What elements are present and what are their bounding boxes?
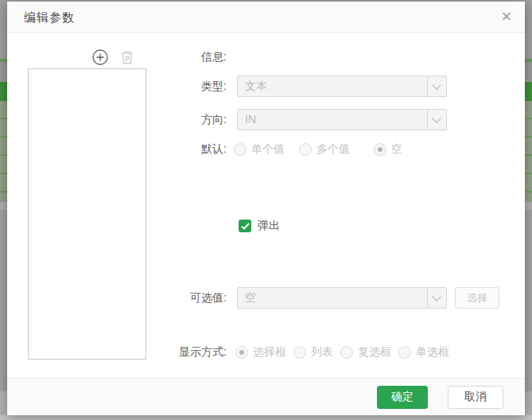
chevron-down-icon [427,110,446,130]
radio-single-value: 单个值 [234,142,285,157]
cancel-button[interactable]: 取消 [448,386,503,409]
dialog-body: 信息: 类型: 文本 方向: IN 默认: [7,33,525,377]
type-select-value: 文本 [245,80,267,94]
radio-checkbox-mode: 复选框 [340,345,391,360]
radio-list: 列表 [293,345,333,360]
optional-values-select: 空 [237,287,447,309]
chevron-down-icon [427,288,446,308]
dialog-footer: 确定 取消 [7,378,525,415]
optional-values-row: 可选值: 空 [7,287,447,309]
close-icon[interactable]: × [495,4,518,29]
radio-icon [293,346,306,359]
ok-button[interactable]: 确定 [377,386,428,409]
info-label: 信息: [7,50,227,64]
radio-radio-mode: 单选框 [398,345,449,360]
info-row: 信息: [7,46,227,68]
radio-icon [234,143,247,156]
dialog-title: 编辑参数 [24,10,75,25]
default-label: 默认: [7,142,227,157]
type-select: 文本 [237,76,447,97]
radio-empty-value: 空 [374,142,402,157]
direction-row: 方向: IN [7,109,447,130]
display-mode-label: 显示方式: [7,345,227,360]
optional-values-label: 可选值: [7,291,227,305]
radio-multi-value: 多个值 [299,142,350,157]
popup-checkbox-label: 弹出 [258,219,280,233]
type-label: 类型: [7,80,227,94]
direction-label: 方向: [7,113,227,127]
chevron-down-icon [427,76,446,96]
radio-icon [398,346,411,359]
edit-parameter-dialog: 编辑参数 × 信息: [7,2,525,415]
screen: 编辑参数 × 信息: [0,0,532,420]
display-mode-radio-group: 选择框 列表 复选框 单选框 [235,345,449,360]
radio-icon [374,143,386,156]
radio-icon [235,346,248,359]
type-row: 类型: 文本 [7,76,447,97]
radio-icon [299,143,312,156]
default-radio-group: 单个值 多个值 空 [234,142,402,157]
popup-checkbox[interactable]: 弹出 [239,219,280,233]
display-mode-row: 显示方式: 选择框 列表 复选框 [7,341,449,363]
radio-icon [340,346,353,359]
direction-select: IN [237,109,447,130]
optional-values-select-value: 空 [245,291,256,305]
dialog-header: 编辑参数 × [7,2,525,33]
direction-select-value: IN [245,113,256,126]
radio-select-box: 选择框 [235,345,286,360]
checkbox-checked-icon [239,220,251,232]
default-value-row: 默认: 单个值 多个值 空 [7,138,402,160]
choose-button: 选择 [455,287,499,309]
